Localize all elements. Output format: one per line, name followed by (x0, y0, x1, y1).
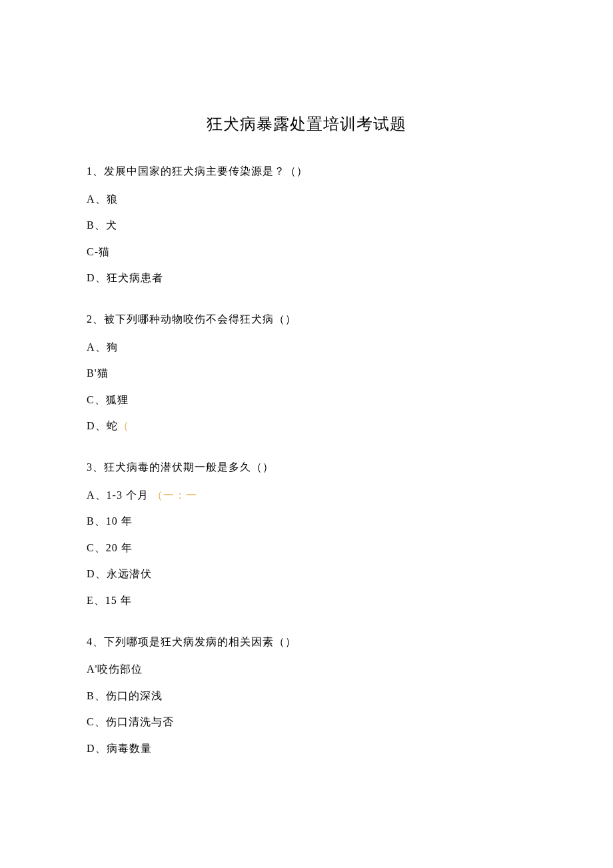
option-c: C、20 年 (87, 539, 526, 557)
question-3: 3、狂犬病毒的潜伏期一般是多久（） A、1-3 个月 （一：一 B、10 年 C… (87, 459, 526, 609)
option-a: A'咬伤部位 (87, 661, 526, 678)
highlight-mark: （ (118, 420, 129, 431)
option-text: A、1-3 个月 (87, 489, 149, 501)
option-d: D、狂犬病患者 (87, 269, 526, 287)
option-e: E、15 年 (87, 592, 526, 609)
option-b: B、伤口的深浅 (87, 687, 526, 705)
question-2: 2、被下列哪种动物咬伤不会得狂犬病（） A、狗 B'猫 C、狐狸 D、蛇（ (87, 311, 526, 435)
option-a: A、狼 (87, 191, 526, 208)
option-c: C、伤口清洗与否 (87, 713, 526, 731)
question-4: 4、下列哪项是狂犬病发病的相关因素（） A'咬伤部位 B、伤口的深浅 C、伤口清… (87, 633, 526, 757)
option-c: C-猫 (87, 243, 526, 261)
option-a: A、1-3 个月 （一：一 (87, 487, 526, 504)
option-a: A、狗 (87, 339, 526, 356)
question-prompt: 1、发展中国家的狂犬病主要传染源是？（） (87, 163, 526, 180)
option-d: D、永远潜伏 (87, 565, 526, 583)
question-prompt: 4、下列哪项是狂犬病发病的相关因素（） (87, 633, 526, 651)
page-title: 狂犬病暴露处置培训考试题 (87, 113, 526, 135)
option-c: C、狐狸 (87, 391, 526, 409)
option-b: B、犬 (87, 217, 526, 234)
question-prompt: 3、狂犬病毒的潜伏期一般是多久（） (87, 459, 526, 476)
option-d: D、病毒数量 (87, 740, 526, 757)
option-b: B、10 年 (87, 513, 526, 530)
option-b: B'猫 (87, 365, 526, 382)
option-text: D、蛇 (87, 420, 118, 431)
option-d: D、蛇（ (87, 417, 526, 435)
highlight-mark: （一：一 (152, 489, 197, 501)
question-1: 1、发展中国家的狂犬病主要传染源是？（） A、狼 B、犬 C-猫 D、狂犬病患者 (87, 163, 526, 287)
question-prompt: 2、被下列哪种动物咬伤不会得狂犬病（） (87, 311, 526, 328)
